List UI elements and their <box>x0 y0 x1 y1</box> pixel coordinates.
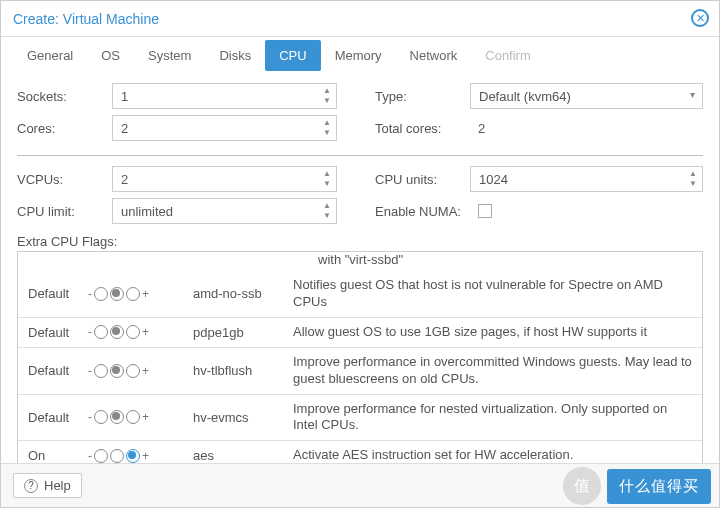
flags-header: Extra CPU Flags: <box>17 234 703 249</box>
close-icon[interactable]: ✕ <box>691 9 709 27</box>
tab-cpu[interactable]: CPU <box>265 40 320 71</box>
vcpus-input[interactable]: ▲▼ <box>112 166 337 192</box>
tab-os[interactable]: OS <box>87 40 134 71</box>
chevron-down-icon: ▾ <box>690 89 695 100</box>
flags-table: with "virt-ssbd" Default -+ amd-no-ssb N… <box>17 251 703 471</box>
flag-radio-group[interactable]: -+ <box>88 287 193 301</box>
flags-continuation: with "virt-ssbd" <box>18 252 702 271</box>
flag-name: amd-no-ssb <box>193 286 293 301</box>
help-label: Help <box>44 478 71 493</box>
help-icon: ? <box>24 479 38 493</box>
flag-desc: Notifies guest OS that host is not vulne… <box>293 277 702 311</box>
cores-input[interactable]: ▲▼ <box>112 115 337 141</box>
totalcores-label: Total cores: <box>375 121 470 136</box>
numa-label: Enable NUMA: <box>375 204 470 219</box>
flag-radio-group[interactable]: -+ <box>88 449 193 463</box>
flag-name: pdpe1gb <box>193 325 293 340</box>
titlebar: Create: Virtual Machine ✕ <box>1 1 719 37</box>
watermark: 值 什么值得买 <box>563 467 711 505</box>
watermark-circle: 值 <box>563 467 601 505</box>
flag-state: Default <box>18 325 88 340</box>
flag-name: aes <box>193 448 293 463</box>
cpuunits-label: CPU units: <box>375 172 470 187</box>
tab-confirm: Confirm <box>471 40 545 71</box>
dialog: Create: Virtual Machine ✕ General OS Sys… <box>0 0 720 508</box>
divider <box>17 155 703 156</box>
tab-network[interactable]: Network <box>396 40 472 71</box>
help-button[interactable]: ? Help <box>13 473 82 498</box>
tab-bar: General OS System Disks CPU Memory Netwo… <box>1 37 719 73</box>
type-label: Type: <box>375 89 470 104</box>
vcpus-label: VCPUs: <box>17 172 112 187</box>
watermark-button: 什么值得买 <box>607 469 711 504</box>
cpulimit-label: CPU limit: <box>17 204 112 219</box>
cores-label: Cores: <box>17 121 112 136</box>
flag-state: On <box>18 448 88 463</box>
sockets-input[interactable]: ▲▼ <box>112 83 337 109</box>
flag-radio-group[interactable]: -+ <box>88 364 193 378</box>
flag-name: hv-evmcs <box>193 410 293 425</box>
flag-row: Default -+ hv-tlbflush Improve performan… <box>18 347 702 394</box>
tab-disks[interactable]: Disks <box>205 40 265 71</box>
totalcores-value: 2 <box>470 121 485 136</box>
flag-row: Default -+ pdpe1gb Allow guest OS to use… <box>18 317 702 347</box>
cpulimit-input[interactable]: ▲▼ <box>112 198 337 224</box>
flag-radio-group[interactable]: -+ <box>88 325 193 339</box>
flag-state: Default <box>18 363 88 378</box>
flag-desc: Improve performance in overcommitted Win… <box>293 354 702 388</box>
flag-desc: Allow guest OS to use 1GB size pages, if… <box>293 324 702 341</box>
tab-memory[interactable]: Memory <box>321 40 396 71</box>
flag-radio-group[interactable]: -+ <box>88 410 193 424</box>
flag-state: Default <box>18 286 88 301</box>
flag-row: Default -+ amd-no-ssb Notifies guest OS … <box>18 271 702 317</box>
sockets-label: Sockets: <box>17 89 112 104</box>
flag-name: hv-tlbflush <box>193 363 293 378</box>
cpuunits-input[interactable]: ▲▼ <box>470 166 703 192</box>
flag-state: Default <box>18 410 88 425</box>
tab-system[interactable]: System <box>134 40 205 71</box>
dialog-title: Create: Virtual Machine <box>13 11 159 27</box>
flag-desc: Activate AES instruction set for HW acce… <box>293 447 702 464</box>
flag-row: Default -+ hv-evmcs Improve performance … <box>18 394 702 441</box>
numa-checkbox[interactable] <box>478 204 492 218</box>
cpu-panel: Sockets: ▲▼ Type: ▾ Cores: ▲▼ Total core… <box>1 73 719 481</box>
type-select[interactable]: ▾ <box>470 83 703 109</box>
flag-desc: Improve performance for nested virtualiz… <box>293 401 702 435</box>
tab-general[interactable]: General <box>13 40 87 71</box>
